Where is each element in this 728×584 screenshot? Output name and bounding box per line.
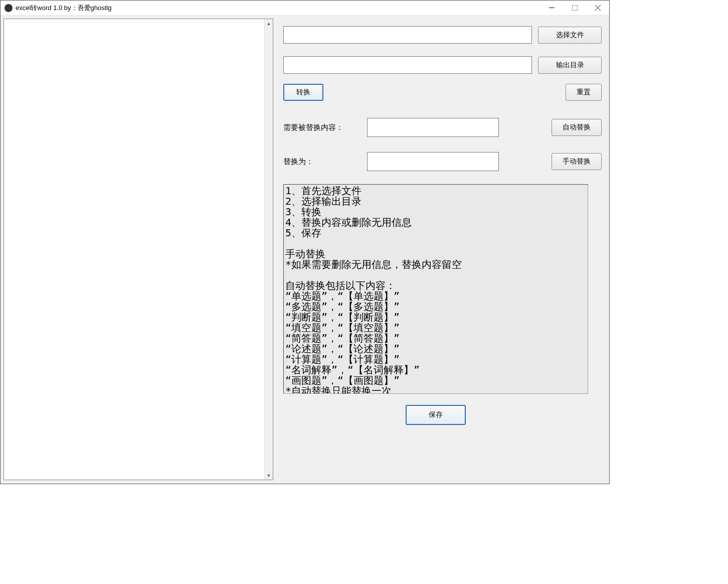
controls-panel: 选择文件 输出目录 转换 重置 需要被替换内容： 自动替换 替换为：	[273, 16, 609, 484]
replace-from-label: 需要被替换内容：	[283, 123, 361, 132]
select-file-button[interactable]: 选择文件	[538, 27, 602, 44]
replace-to-row: 替换为： 手动替换	[283, 152, 602, 171]
convert-button[interactable]: 转换	[283, 84, 323, 101]
replace-from-input[interactable]	[367, 118, 499, 137]
maximize-icon	[572, 5, 578, 11]
auto-replace-button[interactable]: 自动替换	[552, 119, 602, 136]
manual-replace-button[interactable]: 手动替换	[552, 153, 602, 170]
titlebar[interactable]: excel转word 1.0 by：吾爱ghostlg	[1, 1, 609, 16]
preview-scrollbar[interactable]: ▲ ▼	[264, 19, 273, 480]
window-title: excel转word 1.0 by：吾爱ghostlg	[16, 4, 540, 13]
preview-panel: ▲ ▼	[4, 19, 273, 480]
save-button[interactable]: 保存	[406, 405, 466, 425]
scroll-up-icon[interactable]: ▲	[265, 19, 273, 28]
output-dir-input[interactable]	[283, 56, 532, 74]
maximize-button[interactable]	[563, 1, 586, 15]
scroll-down-icon[interactable]: ▼	[265, 471, 273, 480]
close-button[interactable]	[586, 1, 609, 15]
replace-to-label: 替换为：	[283, 157, 361, 167]
reset-button[interactable]: 重置	[566, 84, 602, 101]
save-row: 保存	[283, 405, 588, 425]
close-icon	[595, 5, 601, 11]
replace-to-input[interactable]	[367, 152, 499, 171]
file-row: 选择文件	[283, 26, 602, 44]
minimize-button[interactable]	[540, 1, 563, 15]
output-row: 输出目录	[283, 56, 602, 74]
replace-from-row: 需要被替换内容： 自动替换	[283, 118, 602, 137]
client-area: ▲ ▼ 选择文件 输出目录 转换 重置 需要被替换内容：	[1, 16, 609, 484]
app-window: excel转word 1.0 by：吾爱ghostlg ▲ ▼ 选择文件	[0, 0, 610, 484]
svg-rect-1	[572, 6, 577, 11]
convert-row: 转换 重置	[283, 84, 602, 101]
minimize-icon	[549, 5, 555, 11]
instructions-box: 1、首先选择文件 2、选择输出目录 3、转换 4、替换内容或删除无用信息 5、保…	[283, 184, 588, 394]
file-path-input[interactable]	[283, 26, 532, 44]
app-icon	[5, 4, 13, 12]
output-dir-button[interactable]: 输出目录	[538, 57, 602, 74]
window-controls	[540, 1, 609, 15]
